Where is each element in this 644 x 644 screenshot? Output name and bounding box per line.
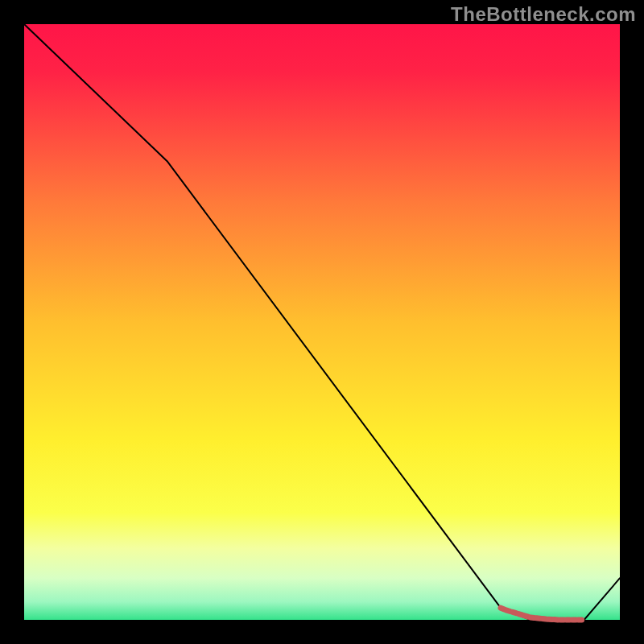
watermark-text: TheBottleneck.com: [451, 3, 636, 26]
marker-dash: [530, 617, 534, 618]
marker-dash: [543, 619, 546, 620]
marker-dash: [518, 614, 522, 615]
plot-background: [24, 24, 620, 620]
bottleneck-chart: [0, 0, 644, 644]
chart-container: { "watermark": "TheBottleneck.com", "cha…: [0, 0, 644, 644]
marker-dash: [501, 608, 504, 609]
marker-dash: [525, 616, 528, 617]
marker-dash: [513, 612, 516, 613]
marker-dash: [506, 610, 510, 611]
